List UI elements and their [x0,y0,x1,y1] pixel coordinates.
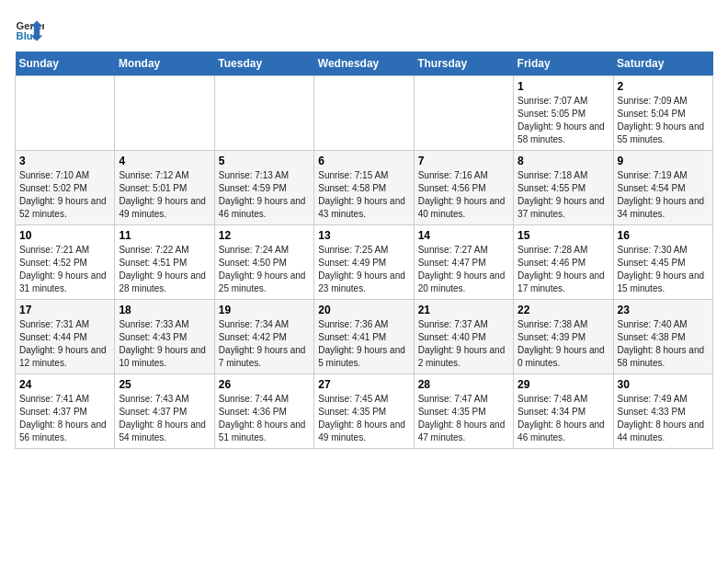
calendar-cell: 28Sunrise: 7:47 AM Sunset: 4:35 PM Dayli… [414,374,513,449]
calendar-cell: 15Sunrise: 7:28 AM Sunset: 4:46 PM Dayli… [514,225,613,300]
day-number: 24 [19,378,110,391]
day-info: Sunrise: 7:36 AM Sunset: 4:41 PM Dayligh… [318,318,409,370]
calendar-cell: 2Sunrise: 7:09 AM Sunset: 5:04 PM Daylig… [613,76,712,151]
calendar-cell [115,76,214,151]
calendar-cell: 17Sunrise: 7:31 AM Sunset: 4:44 PM Dayli… [16,300,115,374]
calendar-cell: 8Sunrise: 7:18 AM Sunset: 4:55 PM Daylig… [514,151,613,225]
calendar-cell: 30Sunrise: 7:49 AM Sunset: 4:33 PM Dayli… [613,374,712,449]
calendar-cell [414,76,513,151]
day-info: Sunrise: 7:19 AM Sunset: 4:54 PM Dayligh… [618,169,709,221]
day-number: 6 [318,155,409,167]
calendar-table: SundayMondayTuesdayWednesdayThursdayFrid… [15,52,713,449]
week-row-4: 24Sunrise: 7:41 AM Sunset: 4:37 PM Dayli… [16,374,713,449]
calendar-cell: 23Sunrise: 7:40 AM Sunset: 4:38 PM Dayli… [613,300,712,374]
day-info: Sunrise: 7:34 AM Sunset: 4:42 PM Dayligh… [219,318,310,370]
day-number: 29 [518,378,609,391]
calendar-cell [314,76,414,151]
day-info: Sunrise: 7:27 AM Sunset: 4:47 PM Dayligh… [418,244,509,295]
day-number: 7 [418,155,509,167]
day-info: Sunrise: 7:25 AM Sunset: 4:49 PM Dayligh… [318,244,409,295]
day-number: 20 [318,304,409,316]
day-info: Sunrise: 7:33 AM Sunset: 4:43 PM Dayligh… [119,318,210,370]
day-number: 10 [19,229,110,242]
day-info: Sunrise: 7:37 AM Sunset: 4:40 PM Dayligh… [418,318,509,370]
weekday-saturday: Saturday [613,52,712,76]
calendar-cell: 13Sunrise: 7:25 AM Sunset: 4:49 PM Dayli… [314,225,414,300]
calendar-cell: 10Sunrise: 7:21 AM Sunset: 4:52 PM Dayli… [16,225,115,300]
calendar-cell: 1Sunrise: 7:07 AM Sunset: 5:05 PM Daylig… [514,76,613,151]
calendar-cell: 5Sunrise: 7:13 AM Sunset: 4:59 PM Daylig… [214,151,313,225]
week-row-0: 1Sunrise: 7:07 AM Sunset: 5:05 PM Daylig… [16,76,713,151]
day-info: Sunrise: 7:47 AM Sunset: 4:35 PM Dayligh… [418,393,509,444]
day-info: Sunrise: 7:30 AM Sunset: 4:45 PM Dayligh… [618,244,709,295]
calendar-cell: 20Sunrise: 7:36 AM Sunset: 4:41 PM Dayli… [314,300,414,374]
calendar-cell: 21Sunrise: 7:37 AM Sunset: 4:40 PM Dayli… [414,300,513,374]
calendar-cell: 4Sunrise: 7:12 AM Sunset: 5:01 PM Daylig… [115,151,214,225]
calendar-cell: 3Sunrise: 7:10 AM Sunset: 5:02 PM Daylig… [16,151,115,225]
page-header: General Blue [15,15,713,44]
calendar-cell: 18Sunrise: 7:33 AM Sunset: 4:43 PM Dayli… [115,300,214,374]
day-number: 13 [318,229,409,242]
day-number: 30 [618,378,709,391]
day-number: 9 [618,155,709,167]
day-number: 26 [219,378,310,391]
day-number: 3 [19,155,110,167]
day-info: Sunrise: 7:31 AM Sunset: 4:44 PM Dayligh… [19,318,110,370]
day-number: 18 [119,304,210,316]
weekday-header-row: SundayMondayTuesdayWednesdayThursdayFrid… [16,52,713,76]
calendar-cell [16,76,115,151]
day-info: Sunrise: 7:15 AM Sunset: 4:58 PM Dayligh… [318,169,409,221]
day-info: Sunrise: 7:43 AM Sunset: 4:37 PM Dayligh… [119,393,210,444]
day-number: 11 [119,229,210,242]
day-number: 15 [518,229,609,242]
calendar-cell: 6Sunrise: 7:15 AM Sunset: 4:58 PM Daylig… [314,151,414,225]
day-number: 4 [119,155,210,167]
day-number: 27 [318,378,409,391]
calendar-cell: 11Sunrise: 7:22 AM Sunset: 4:51 PM Dayli… [115,225,214,300]
day-number: 25 [119,378,210,391]
day-info: Sunrise: 7:10 AM Sunset: 5:02 PM Dayligh… [19,169,110,221]
weekday-wednesday: Wednesday [314,52,414,76]
day-number: 5 [219,155,310,167]
day-info: Sunrise: 7:45 AM Sunset: 4:35 PM Dayligh… [318,393,409,444]
calendar-cell: 27Sunrise: 7:45 AM Sunset: 4:35 PM Dayli… [314,374,414,449]
day-info: Sunrise: 7:22 AM Sunset: 4:51 PM Dayligh… [119,244,210,295]
day-info: Sunrise: 7:41 AM Sunset: 4:37 PM Dayligh… [19,393,110,444]
day-info: Sunrise: 7:48 AM Sunset: 4:34 PM Dayligh… [518,393,609,444]
weekday-monday: Monday [115,52,214,76]
week-row-2: 10Sunrise: 7:21 AM Sunset: 4:52 PM Dayli… [16,225,713,300]
day-number: 23 [618,304,709,316]
calendar-cell: 29Sunrise: 7:48 AM Sunset: 4:34 PM Dayli… [514,374,613,449]
calendar-cell: 25Sunrise: 7:43 AM Sunset: 4:37 PM Dayli… [115,374,214,449]
calendar-cell: 26Sunrise: 7:44 AM Sunset: 4:36 PM Dayli… [214,374,313,449]
day-info: Sunrise: 7:07 AM Sunset: 5:05 PM Dayligh… [518,95,609,146]
week-row-3: 17Sunrise: 7:31 AM Sunset: 4:44 PM Dayli… [16,300,713,374]
day-number: 2 [618,80,709,93]
calendar-cell: 14Sunrise: 7:27 AM Sunset: 4:47 PM Dayli… [414,225,513,300]
logo: General Blue [15,15,48,44]
day-number: 21 [418,304,509,316]
day-info: Sunrise: 7:09 AM Sunset: 5:04 PM Dayligh… [618,95,709,146]
calendar-cell: 12Sunrise: 7:24 AM Sunset: 4:50 PM Dayli… [214,225,313,300]
weekday-friday: Friday [514,52,613,76]
calendar-cell: 9Sunrise: 7:19 AM Sunset: 4:54 PM Daylig… [613,151,712,225]
calendar-cell: 7Sunrise: 7:16 AM Sunset: 4:56 PM Daylig… [414,151,513,225]
day-info: Sunrise: 7:49 AM Sunset: 4:33 PM Dayligh… [618,393,709,444]
day-number: 22 [518,304,609,316]
day-info: Sunrise: 7:24 AM Sunset: 4:50 PM Dayligh… [219,244,310,295]
day-number: 17 [19,304,110,316]
calendar-cell: 24Sunrise: 7:41 AM Sunset: 4:37 PM Dayli… [16,374,115,449]
calendar-cell [214,76,313,151]
day-number: 8 [518,155,609,167]
day-number: 19 [219,304,310,316]
day-info: Sunrise: 7:40 AM Sunset: 4:38 PM Dayligh… [618,318,709,370]
calendar-cell: 22Sunrise: 7:38 AM Sunset: 4:39 PM Dayli… [514,300,613,374]
day-number: 28 [418,378,509,391]
calendar-cell: 19Sunrise: 7:34 AM Sunset: 4:42 PM Dayli… [214,300,313,374]
day-info: Sunrise: 7:44 AM Sunset: 4:36 PM Dayligh… [219,393,310,444]
day-info: Sunrise: 7:18 AM Sunset: 4:55 PM Dayligh… [518,169,609,221]
calendar-cell: 16Sunrise: 7:30 AM Sunset: 4:45 PM Dayli… [613,225,712,300]
day-info: Sunrise: 7:16 AM Sunset: 4:56 PM Dayligh… [418,169,509,221]
day-number: 16 [618,229,709,242]
logo-icon: General Blue [15,15,44,44]
